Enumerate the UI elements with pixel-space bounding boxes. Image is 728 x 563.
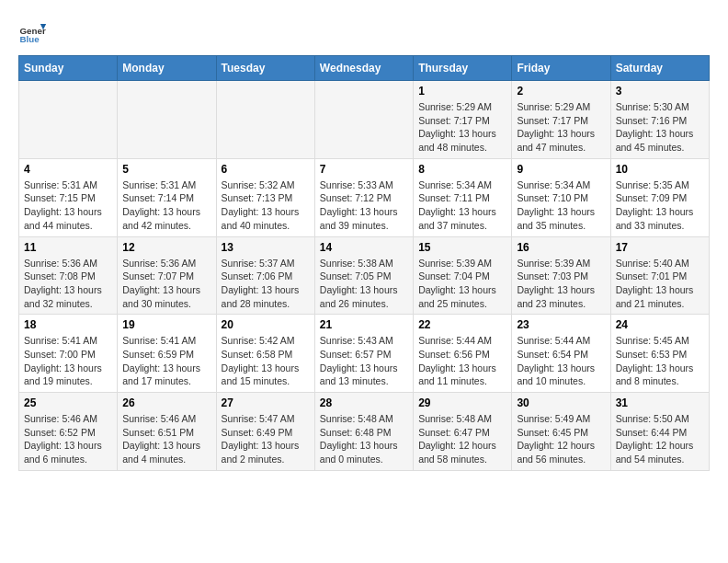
svg-text:Blue: Blue bbox=[20, 34, 40, 44]
day-number: 30 bbox=[517, 396, 605, 409]
logo: General Blue bbox=[18, 18, 46, 46]
calendar-cell: 7Sunrise: 5:33 AM Sunset: 7:12 PM Daylig… bbox=[314, 158, 413, 236]
calendar-cell bbox=[314, 81, 413, 159]
day-info: Sunrise: 5:49 AM Sunset: 6:45 PM Dayligh… bbox=[517, 412, 605, 466]
calendar-cell: 23Sunrise: 5:44 AM Sunset: 6:54 PM Dayli… bbox=[512, 315, 610, 393]
day-info: Sunrise: 5:29 AM Sunset: 7:17 PM Dayligh… bbox=[418, 100, 506, 155]
column-header-saturday: Saturday bbox=[610, 56, 709, 81]
column-header-sunday: Sunday bbox=[19, 56, 118, 81]
day-info: Sunrise: 5:30 AM Sunset: 7:16 PM Dayligh… bbox=[616, 100, 704, 155]
day-number: 31 bbox=[616, 396, 704, 409]
day-number: 10 bbox=[616, 163, 704, 176]
day-info: Sunrise: 5:47 AM Sunset: 6:49 PM Dayligh… bbox=[222, 412, 310, 466]
column-header-tuesday: Tuesday bbox=[216, 56, 314, 81]
calendar-cell bbox=[216, 81, 314, 159]
calendar-cell: 25Sunrise: 5:46 AM Sunset: 6:52 PM Dayli… bbox=[19, 393, 118, 471]
day-number: 3 bbox=[616, 85, 704, 98]
day-number: 5 bbox=[122, 163, 210, 176]
day-info: Sunrise: 5:31 AM Sunset: 7:14 PM Dayligh… bbox=[122, 178, 210, 233]
day-info: Sunrise: 5:32 AM Sunset: 7:13 PM Dayligh… bbox=[222, 178, 310, 233]
day-number: 17 bbox=[616, 241, 704, 254]
day-info: Sunrise: 5:41 AM Sunset: 6:59 PM Dayligh… bbox=[122, 334, 210, 388]
calendar-cell: 22Sunrise: 5:44 AM Sunset: 6:56 PM Dayli… bbox=[414, 315, 512, 393]
day-info: Sunrise: 5:50 AM Sunset: 6:44 PM Dayligh… bbox=[616, 412, 704, 466]
day-info: Sunrise: 5:34 AM Sunset: 7:11 PM Dayligh… bbox=[418, 178, 506, 233]
day-info: Sunrise: 5:41 AM Sunset: 7:00 PM Dayligh… bbox=[24, 334, 112, 388]
calendar-cell: 3Sunrise: 5:30 AM Sunset: 7:16 PM Daylig… bbox=[610, 81, 709, 159]
day-info: Sunrise: 5:45 AM Sunset: 6:53 PM Dayligh… bbox=[616, 334, 704, 388]
day-info: Sunrise: 5:36 AM Sunset: 7:07 PM Dayligh… bbox=[122, 257, 210, 311]
day-number: 29 bbox=[418, 396, 506, 409]
calendar-cell: 8Sunrise: 5:34 AM Sunset: 7:11 PM Daylig… bbox=[414, 158, 512, 236]
day-number: 15 bbox=[418, 241, 506, 254]
calendar-cell: 12Sunrise: 5:36 AM Sunset: 7:07 PM Dayli… bbox=[118, 236, 216, 315]
day-info: Sunrise: 5:46 AM Sunset: 6:51 PM Dayligh… bbox=[122, 412, 210, 466]
day-number: 8 bbox=[418, 163, 506, 176]
day-number: 12 bbox=[122, 241, 210, 254]
day-number: 22 bbox=[418, 318, 506, 331]
day-number: 20 bbox=[222, 318, 310, 331]
day-number: 16 bbox=[517, 241, 605, 254]
day-number: 9 bbox=[517, 163, 605, 176]
day-info: Sunrise: 5:31 AM Sunset: 7:15 PM Dayligh… bbox=[24, 178, 112, 233]
column-header-wednesday: Wednesday bbox=[314, 56, 413, 81]
day-number: 26 bbox=[122, 396, 210, 409]
day-info: Sunrise: 5:29 AM Sunset: 7:17 PM Dayligh… bbox=[517, 100, 605, 155]
day-info: Sunrise: 5:39 AM Sunset: 7:03 PM Dayligh… bbox=[517, 257, 605, 311]
day-number: 1 bbox=[418, 85, 506, 98]
day-info: Sunrise: 5:36 AM Sunset: 7:08 PM Dayligh… bbox=[24, 257, 112, 311]
calendar-cell: 2Sunrise: 5:29 AM Sunset: 7:17 PM Daylig… bbox=[512, 81, 610, 159]
week-row-1: 1Sunrise: 5:29 AM Sunset: 7:17 PM Daylig… bbox=[19, 81, 710, 159]
day-info: Sunrise: 5:46 AM Sunset: 6:52 PM Dayligh… bbox=[24, 412, 112, 466]
week-row-3: 11Sunrise: 5:36 AM Sunset: 7:08 PM Dayli… bbox=[19, 236, 710, 315]
day-number: 21 bbox=[320, 318, 408, 331]
calendar-cell: 24Sunrise: 5:45 AM Sunset: 6:53 PM Dayli… bbox=[610, 315, 709, 393]
column-header-monday: Monday bbox=[118, 56, 216, 81]
day-number: 7 bbox=[320, 163, 408, 176]
day-number: 2 bbox=[517, 85, 605, 98]
day-number: 4 bbox=[24, 163, 112, 176]
day-info: Sunrise: 5:34 AM Sunset: 7:10 PM Dayligh… bbox=[517, 178, 605, 233]
day-info: Sunrise: 5:37 AM Sunset: 7:06 PM Dayligh… bbox=[222, 257, 310, 311]
calendar-cell: 6Sunrise: 5:32 AM Sunset: 7:13 PM Daylig… bbox=[216, 158, 314, 236]
day-info: Sunrise: 5:44 AM Sunset: 6:54 PM Dayligh… bbox=[517, 334, 605, 388]
day-number: 28 bbox=[320, 396, 408, 409]
day-number: 25 bbox=[24, 396, 112, 409]
logo-icon: General Blue bbox=[18, 18, 46, 46]
day-info: Sunrise: 5:40 AM Sunset: 7:01 PM Dayligh… bbox=[616, 257, 704, 311]
calendar-cell: 1Sunrise: 5:29 AM Sunset: 7:17 PM Daylig… bbox=[414, 81, 512, 159]
day-info: Sunrise: 5:39 AM Sunset: 7:04 PM Dayligh… bbox=[418, 257, 506, 311]
day-number: 18 bbox=[24, 318, 112, 331]
page-header: General Blue bbox=[18, 18, 710, 46]
calendar-cell: 13Sunrise: 5:37 AM Sunset: 7:06 PM Dayli… bbox=[216, 236, 314, 315]
calendar-cell: 11Sunrise: 5:36 AM Sunset: 7:08 PM Dayli… bbox=[19, 236, 118, 315]
day-number: 24 bbox=[616, 318, 704, 331]
day-info: Sunrise: 5:35 AM Sunset: 7:09 PM Dayligh… bbox=[616, 178, 704, 233]
calendar-cell: 5Sunrise: 5:31 AM Sunset: 7:14 PM Daylig… bbox=[118, 158, 216, 236]
calendar-header-row: SundayMondayTuesdayWednesdayThursdayFrid… bbox=[19, 56, 710, 81]
day-number: 27 bbox=[222, 396, 310, 409]
calendar-cell: 30Sunrise: 5:49 AM Sunset: 6:45 PM Dayli… bbox=[512, 393, 610, 471]
day-info: Sunrise: 5:44 AM Sunset: 6:56 PM Dayligh… bbox=[418, 334, 506, 388]
calendar-cell: 31Sunrise: 5:50 AM Sunset: 6:44 PM Dayli… bbox=[610, 393, 709, 471]
day-info: Sunrise: 5:43 AM Sunset: 6:57 PM Dayligh… bbox=[320, 334, 408, 388]
day-info: Sunrise: 5:38 AM Sunset: 7:05 PM Dayligh… bbox=[320, 257, 408, 311]
day-info: Sunrise: 5:42 AM Sunset: 6:58 PM Dayligh… bbox=[222, 334, 310, 388]
day-number: 19 bbox=[122, 318, 210, 331]
calendar-cell: 10Sunrise: 5:35 AM Sunset: 7:09 PM Dayli… bbox=[610, 158, 709, 236]
calendar-table: SundayMondayTuesdayWednesdayThursdayFrid… bbox=[18, 55, 710, 471]
week-row-5: 25Sunrise: 5:46 AM Sunset: 6:52 PM Dayli… bbox=[19, 393, 710, 471]
calendar-cell: 15Sunrise: 5:39 AM Sunset: 7:04 PM Dayli… bbox=[414, 236, 512, 315]
calendar-cell: 27Sunrise: 5:47 AM Sunset: 6:49 PM Dayli… bbox=[216, 393, 314, 471]
calendar-cell: 16Sunrise: 5:39 AM Sunset: 7:03 PM Dayli… bbox=[512, 236, 610, 315]
calendar-cell: 20Sunrise: 5:42 AM Sunset: 6:58 PM Dayli… bbox=[216, 315, 314, 393]
day-number: 11 bbox=[24, 241, 112, 254]
day-number: 13 bbox=[222, 241, 310, 254]
calendar-cell: 28Sunrise: 5:48 AM Sunset: 6:48 PM Dayli… bbox=[314, 393, 413, 471]
calendar-cell bbox=[118, 81, 216, 159]
column-header-friday: Friday bbox=[512, 56, 610, 81]
week-row-2: 4Sunrise: 5:31 AM Sunset: 7:15 PM Daylig… bbox=[19, 158, 710, 236]
calendar-cell: 14Sunrise: 5:38 AM Sunset: 7:05 PM Dayli… bbox=[314, 236, 413, 315]
day-number: 23 bbox=[517, 318, 605, 331]
calendar-cell: 29Sunrise: 5:48 AM Sunset: 6:47 PM Dayli… bbox=[414, 393, 512, 471]
